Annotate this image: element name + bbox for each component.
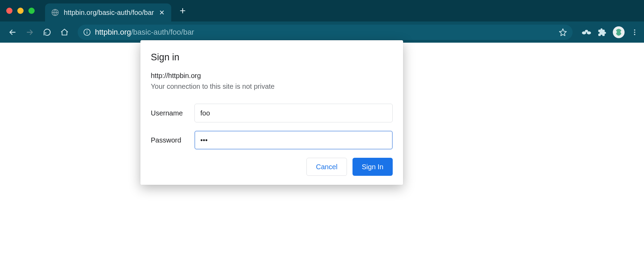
password-input[interactable] (194, 131, 393, 149)
svg-point-8 (634, 32, 635, 33)
cancel-button[interactable]: Cancel (306, 158, 347, 176)
forward-button[interactable] (23, 25, 37, 39)
svg-point-7 (634, 29, 635, 31)
dialog-actions: Cancel Sign In (151, 158, 393, 176)
home-button[interactable] (58, 25, 71, 39)
browser-toolbar: httpbin.org/basic-auth/foo/bar (0, 21, 644, 43)
username-input[interactable] (194, 104, 393, 122)
username-label: Username (151, 109, 194, 117)
browser-tab[interactable]: httpbin.org/basic-auth/foo/bar (45, 3, 171, 21)
password-label: Password (151, 136, 194, 144)
extension-icon[interactable] (582, 28, 591, 36)
svg-point-9 (634, 34, 635, 35)
new-tab-button[interactable] (179, 7, 186, 15)
tab-strip: httpbin.org/basic-auth/foo/bar (0, 0, 644, 21)
address-bar[interactable]: httpbin.org/basic-auth/foo/bar (78, 25, 573, 40)
globe-icon (51, 9, 59, 16)
tab-title: httpbin.org/basic-auth/foo/bar (64, 9, 154, 17)
window-controls (6, 8, 35, 14)
reload-button[interactable] (40, 25, 54, 39)
extensions-puzzle-icon[interactable] (598, 28, 607, 37)
window-close-button[interactable] (6, 8, 12, 14)
dialog-site-url: http://httpbin.org (151, 72, 393, 80)
profile-avatar[interactable] (613, 26, 625, 38)
menu-kebab-icon[interactable] (631, 28, 638, 37)
toolbar-right (582, 26, 638, 38)
svg-point-6 (585, 30, 588, 32)
http-auth-dialog: Sign in http://httpbin.org Your connecti… (140, 40, 403, 185)
svg-point-3 (87, 30, 87, 31)
window-maximize-button[interactable] (28, 8, 35, 14)
url-host: httpbin.org (95, 28, 131, 36)
username-row: Username (151, 104, 393, 122)
site-info-icon[interactable] (83, 28, 91, 36)
back-button[interactable] (6, 25, 19, 39)
dialog-title: Sign in (151, 52, 393, 63)
window-minimize-button[interactable] (17, 8, 24, 14)
sign-in-button[interactable]: Sign In (353, 158, 393, 176)
url-path: /basic-auth/foo/bar (131, 28, 194, 36)
url-text: httpbin.org/basic-auth/foo/bar (95, 28, 555, 37)
password-row: Password (151, 131, 393, 149)
page-content: Sign in http://httpbin.org Your connecti… (0, 43, 644, 267)
close-tab-icon[interactable] (159, 9, 165, 16)
dialog-privacy-note: Your connection to this site is not priv… (151, 83, 393, 91)
bookmark-star-icon[interactable] (559, 28, 567, 36)
